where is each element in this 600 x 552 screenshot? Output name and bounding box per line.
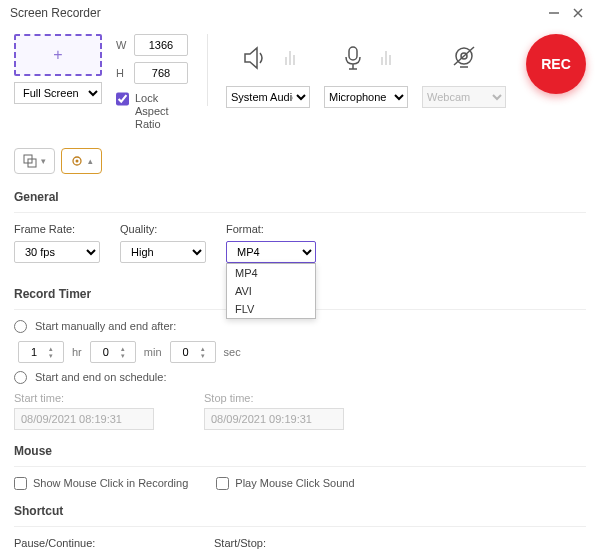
chevron-down-icon: ▾ bbox=[41, 156, 46, 166]
pause-shortcut-label: Pause/Continue: bbox=[14, 537, 194, 549]
seconds-stepper[interactable]: ▴▾ bbox=[170, 341, 216, 363]
width-label: W bbox=[116, 39, 128, 51]
manual-timer-label: Start manually and end after: bbox=[35, 320, 176, 332]
minimize-icon bbox=[548, 7, 560, 19]
svg-rect-3 bbox=[349, 47, 357, 60]
chevron-up-icon: ▴ bbox=[88, 156, 93, 166]
audio-level-icon bbox=[285, 51, 295, 65]
height-label: H bbox=[116, 67, 128, 79]
layout-tool-button[interactable]: ▾ bbox=[14, 148, 55, 174]
hours-stepper[interactable]: ▴▾ bbox=[18, 341, 64, 363]
format-option-mp4[interactable]: MP4 bbox=[227, 264, 315, 282]
play-sound-checkbox[interactable] bbox=[216, 477, 229, 490]
minutes-stepper[interactable]: ▴▾ bbox=[90, 341, 136, 363]
lock-aspect-label: Lock Aspect Ratio bbox=[135, 92, 189, 132]
lock-aspect-checkbox[interactable] bbox=[116, 92, 129, 106]
format-label: Format: bbox=[226, 223, 316, 235]
start-time-input[interactable] bbox=[14, 408, 154, 430]
shortcut-heading: Shortcut bbox=[14, 504, 586, 527]
settings-tool-button[interactable]: ▴ bbox=[61, 148, 102, 174]
region-select[interactable]: Full Screen bbox=[14, 82, 102, 104]
microphone-select[interactable]: Microphone bbox=[324, 86, 408, 108]
min-unit: min bbox=[144, 346, 162, 358]
width-input[interactable] bbox=[134, 34, 188, 56]
height-input[interactable] bbox=[134, 62, 188, 84]
webcam-select[interactable]: Webcam bbox=[422, 86, 506, 108]
format-select[interactable]: MP4 bbox=[226, 241, 316, 263]
mouse-heading: Mouse bbox=[14, 444, 586, 467]
sec-unit: sec bbox=[224, 346, 241, 358]
play-sound-label: Play Mouse Click Sound bbox=[235, 477, 354, 489]
microphone-icon bbox=[341, 45, 365, 71]
show-click-label: Show Mouse Click in Recording bbox=[33, 477, 188, 489]
gear-icon bbox=[70, 154, 84, 168]
svg-point-10 bbox=[76, 159, 79, 162]
svg-line-6 bbox=[454, 47, 474, 65]
schedule-timer-label: Start and end on schedule: bbox=[35, 371, 166, 383]
frame-rate-select[interactable]: 30 fps bbox=[14, 241, 100, 263]
show-click-checkbox[interactable] bbox=[14, 477, 27, 490]
layout-icon bbox=[23, 154, 37, 168]
record-button[interactable]: REC bbox=[526, 34, 586, 94]
system-audio-select[interactable]: System Audio bbox=[226, 86, 310, 108]
mic-level-icon bbox=[381, 51, 391, 65]
capture-region-box[interactable]: + bbox=[14, 34, 102, 76]
webcam-disabled-icon bbox=[450, 45, 478, 71]
separator bbox=[207, 34, 208, 106]
speaker-icon bbox=[241, 45, 269, 71]
startstop-shortcut-label: Start/Stop: bbox=[214, 537, 394, 549]
schedule-timer-radio[interactable] bbox=[14, 371, 27, 384]
quality-select[interactable]: High bbox=[120, 241, 206, 263]
quality-label: Quality: bbox=[120, 223, 206, 235]
window-title: Screen Recorder bbox=[10, 6, 101, 20]
plus-icon: + bbox=[53, 46, 62, 64]
hr-unit: hr bbox=[72, 346, 82, 358]
stop-time-input[interactable] bbox=[204, 408, 344, 430]
stop-time-label: Stop time: bbox=[204, 392, 344, 404]
format-dropdown: MP4 AVI FLV bbox=[226, 263, 316, 319]
start-time-label: Start time: bbox=[14, 392, 154, 404]
frame-rate-label: Frame Rate: bbox=[14, 223, 100, 235]
close-button[interactable] bbox=[566, 4, 590, 22]
format-option-flv[interactable]: FLV bbox=[227, 300, 315, 318]
format-option-avi[interactable]: AVI bbox=[227, 282, 315, 300]
minimize-button[interactable] bbox=[542, 4, 566, 22]
close-icon bbox=[572, 7, 584, 19]
manual-timer-radio[interactable] bbox=[14, 320, 27, 333]
general-heading: General bbox=[14, 190, 586, 213]
